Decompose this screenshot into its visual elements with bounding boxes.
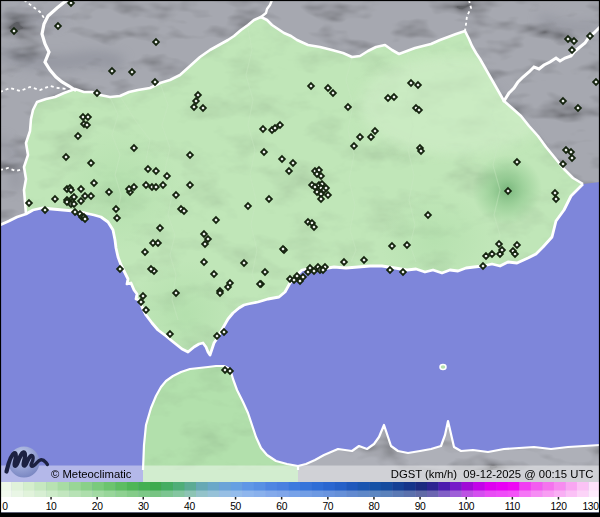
svg-text:© Meteoclimatic: © Meteoclimatic (51, 468, 132, 480)
svg-text:40: 40 (184, 501, 195, 512)
svg-text:120: 120 (551, 501, 568, 512)
svg-text:30: 30 (138, 501, 149, 512)
svg-text:70: 70 (322, 501, 333, 512)
svg-text:50: 50 (230, 501, 241, 512)
svg-text:10: 10 (46, 501, 57, 512)
svg-text:DGST (km/h) 09-12-2025 @ 00:1: DGST (km/h) 09-12-2025 @ 00:15 UTC (391, 468, 594, 480)
svg-text:130: 130 (583, 501, 600, 512)
svg-text:0: 0 (2, 501, 8, 512)
svg-text:80: 80 (369, 501, 380, 512)
svg-text:110: 110 (505, 501, 521, 512)
svg-text:60: 60 (276, 501, 287, 512)
svg-text:20: 20 (92, 501, 103, 512)
svg-text:90: 90 (415, 501, 426, 512)
svg-text:100: 100 (458, 501, 475, 512)
